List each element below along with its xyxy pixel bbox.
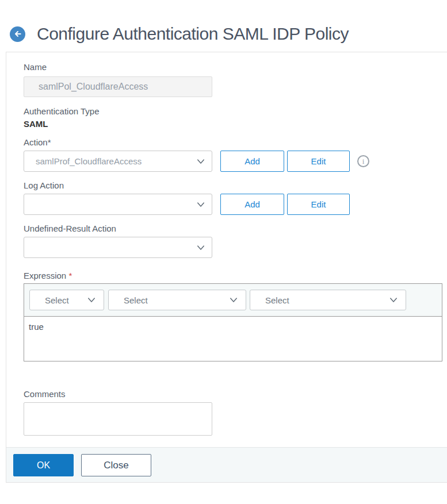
close-button[interactable]: Close — [81, 454, 151, 476]
action-edit-button[interactable]: Edit — [287, 151, 350, 172]
chevron-down-icon — [196, 243, 206, 253]
expression-select-1-value: Select — [45, 295, 69, 305]
action-label: Action* — [24, 138, 447, 147]
expression-select-2-value: Select — [124, 295, 148, 305]
undefined-result-action-row — [24, 237, 447, 258]
expression-toolbar: Select Select Select — [24, 284, 442, 317]
expression-select-3-value: Select — [265, 295, 289, 305]
action-dropdown[interactable]: samlProf_CloudflareAccess — [24, 151, 212, 172]
expression-label: Expression * — [24, 271, 447, 280]
arrow-left-icon — [13, 29, 22, 39]
chevron-down-icon — [196, 199, 206, 210]
required-asterisk: * — [68, 271, 72, 280]
info-icon[interactable]: i — [357, 155, 369, 167]
comments-input[interactable] — [24, 402, 212, 436]
action-dropdown-value: samlProf_CloudflareAccess — [36, 156, 142, 166]
auth-type-value: SAML — [24, 120, 447, 129]
expression-label-text: Expression — [24, 271, 66, 280]
undefined-result-action-dropdown[interactable] — [24, 237, 212, 258]
chevron-down-icon — [86, 295, 97, 305]
auth-type-label: Authentication Type — [24, 107, 447, 116]
expression-editor: Select Select Select — [24, 283, 442, 361]
expression-select-1[interactable]: Select — [29, 290, 104, 310]
action-row: samlProf_CloudflareAccess Add Edit i — [24, 151, 447, 172]
form-panel: Name Authentication Type SAML Action* sa… — [6, 52, 447, 483]
log-action-dropdown[interactable] — [24, 194, 212, 215]
chevron-down-icon — [196, 156, 206, 167]
form-content: Name Authentication Type SAML Action* sa… — [6, 52, 447, 436]
comments-label: Comments — [24, 390, 447, 399]
name-input[interactable] — [24, 76, 212, 97]
expression-select-2[interactable]: Select — [108, 290, 246, 310]
page-title: Configure Authentication SAML IDP Policy — [37, 24, 349, 44]
chevron-down-icon — [388, 295, 399, 305]
back-button[interactable] — [10, 26, 25, 42]
log-action-label: Log Action — [24, 181, 447, 190]
log-action-edit-button[interactable]: Edit — [287, 194, 350, 215]
log-action-row: Add Edit — [24, 194, 447, 215]
expression-text-input[interactable]: true — [24, 317, 442, 361]
name-label: Name — [24, 63, 447, 72]
action-add-button[interactable]: Add — [220, 151, 284, 172]
expression-select-3[interactable]: Select — [250, 290, 406, 310]
chevron-down-icon — [228, 295, 239, 305]
footer-bar: OK Close — [6, 447, 447, 482]
ok-button[interactable]: OK — [13, 454, 74, 476]
undefined-result-action-label: Undefined-Result Action — [24, 224, 447, 233]
log-action-add-button[interactable]: Add — [220, 194, 284, 215]
page-header: Configure Authentication SAML IDP Policy — [0, 0, 447, 52]
